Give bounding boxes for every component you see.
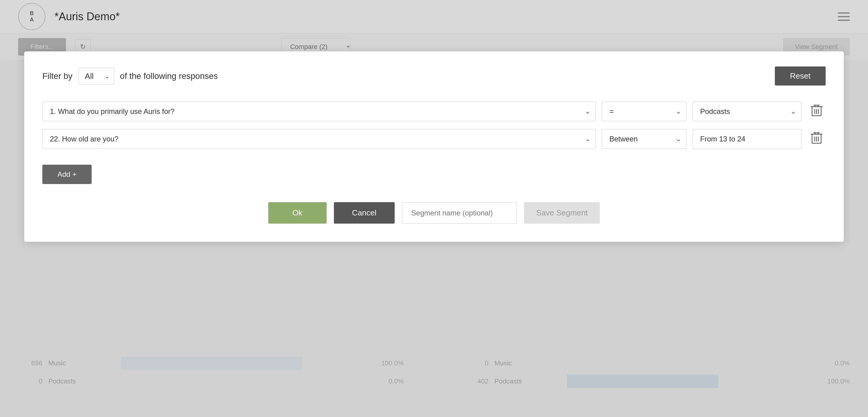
question-1-wrapper[interactable]: 1. What do you primarily use Auris for? xyxy=(42,102,596,121)
value-1-select[interactable]: Podcasts Music xyxy=(692,102,802,121)
save-segment-button[interactable]: Save Segment xyxy=(524,202,600,223)
filter-by-select[interactable]: All Any xyxy=(79,68,114,84)
question-1-select[interactable]: 1. What do you primarily use Auris for? xyxy=(42,102,596,121)
filter-row-2: 22. How old are you? Between = > < xyxy=(42,128,826,149)
cancel-button[interactable]: Cancel xyxy=(334,202,395,223)
trash-icon-2 xyxy=(810,131,823,144)
reset-button[interactable]: Reset xyxy=(775,67,826,85)
filter-by-select-wrapper[interactable]: All Any xyxy=(79,68,114,84)
filter-row-1: 1. What do you primarily use Auris for? … xyxy=(42,101,826,122)
question-2-wrapper[interactable]: 22. How old are you? xyxy=(42,129,596,149)
trash-icon-1 xyxy=(810,104,823,117)
filter-dialog: Filter by All Any of the following respo… xyxy=(24,51,844,242)
add-filter-button[interactable]: Add + xyxy=(42,165,92,184)
delete-row-2-button[interactable] xyxy=(807,128,826,149)
filter-by-label: Filter by xyxy=(42,71,72,81)
filter-rows: 1. What do you primarily use Auris for? … xyxy=(42,101,826,149)
value-2-input[interactable] xyxy=(692,129,802,149)
operator-1-select[interactable]: = != contains xyxy=(602,102,686,121)
value-1-wrapper[interactable]: Podcasts Music xyxy=(692,102,802,121)
segment-name-input[interactable] xyxy=(402,203,517,223)
operator-2-wrapper[interactable]: Between = > < xyxy=(602,129,686,149)
question-2-select[interactable]: 22. How old are you? xyxy=(42,129,596,149)
delete-row-1-button[interactable] xyxy=(807,101,826,122)
filter-by-row: Filter by All Any of the following respo… xyxy=(42,67,826,85)
operator-1-wrapper[interactable]: = != contains xyxy=(602,102,686,121)
operator-2-select[interactable]: Between = > < xyxy=(602,129,686,149)
following-label: of the following responses xyxy=(120,71,218,81)
action-row: Ok Cancel Save Segment xyxy=(42,202,826,223)
ok-button[interactable]: Ok xyxy=(268,202,327,223)
